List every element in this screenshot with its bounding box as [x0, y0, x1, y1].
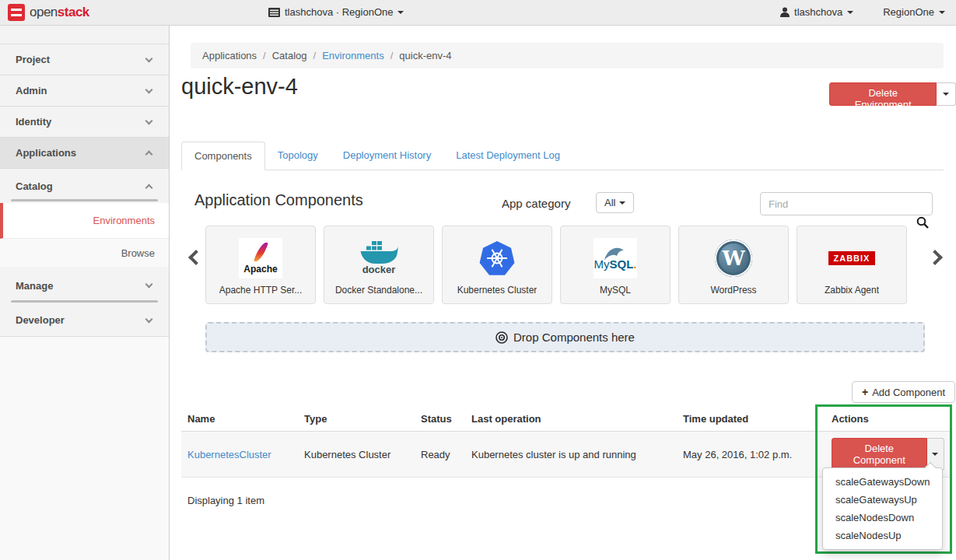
wordpress-logo-w: W — [722, 247, 744, 270]
panel-heading: Application Components — [194, 191, 363, 209]
col-header-time-updated[interactable]: Time updated — [677, 407, 825, 432]
delete-environment-button[interactable]: Delete Environment — [829, 82, 937, 106]
tab-latest-deployment-log[interactable]: Latest Deployment Log — [443, 142, 573, 170]
component-card-apache[interactable]: Apache Apache HTTP Ser... — [205, 226, 316, 304]
card-label: Zabbix Agent — [825, 285, 879, 296]
card-label: Docker Standalone... — [335, 285, 422, 296]
add-component-button[interactable]: + Add Component — [852, 381, 955, 403]
tab-deployment-history[interactable]: Deployment History — [331, 142, 443, 170]
group-divider — [11, 300, 158, 303]
col-header-status[interactable]: Status — [415, 407, 465, 432]
person-icon — [780, 7, 790, 17]
dropzone-label: Drop Components here — [513, 331, 635, 344]
component-actions-menu: scaleGatewaysDown scaleGatewaysUp scaleN… — [822, 467, 943, 550]
card-label: Kubernetes Cluster — [457, 285, 538, 296]
component-card-docker[interactable]: docker Docker Standalone... — [324, 226, 434, 304]
delete-environment-group: Delete Environment — [829, 82, 956, 106]
mysql-logo-my: My — [594, 257, 609, 271]
sidebar-item-applications[interactable]: Applications — [0, 138, 169, 169]
col-header-name[interactable]: Name — [181, 407, 298, 432]
wordpress-logo-icon: W — [715, 235, 752, 282]
bullseye-icon — [496, 331, 508, 344]
sidebar-item-developer[interactable]: Developer — [0, 304, 169, 337]
zabbix-logo-icon: ZABBIX — [828, 235, 876, 282]
card-label: MySQL — [600, 285, 631, 296]
sidebar-group-manage[interactable]: Manage — [0, 267, 169, 304]
sidebar-group-catalog[interactable]: Catalog — [0, 169, 169, 203]
sidebar-item-project[interactable]: Project — [0, 44, 169, 75]
sidebar: Project Admin Identity Applications Cata… — [0, 26, 170, 560]
page-title: quick-env-4 — [181, 74, 298, 100]
component-card-zabbix[interactable]: ZABBIX Zabbix Agent — [797, 226, 907, 304]
sidebar-item-label: Browse — [121, 247, 155, 259]
breadcrumb-separator: / — [313, 50, 317, 61]
context-label: tlashchova · RegionOne — [285, 6, 393, 18]
sidebar-item-environments[interactable]: Environments — [0, 203, 169, 239]
breadcrumb-separator: / — [263, 50, 266, 61]
find-input[interactable] — [760, 192, 933, 215]
drop-components-zone[interactable]: Drop Components here — [205, 322, 925, 352]
table-header-row: Name Type Status Last operation Time upd… — [181, 407, 951, 432]
table-footer: Displaying 1 item — [187, 495, 264, 506]
menu-item-scalenodesdown[interactable]: scaleNodesDown — [823, 509, 942, 527]
breadcrumb-item-current: quick-env-4 — [399, 50, 451, 61]
user-label: tlashchova — [794, 6, 842, 18]
main-content: Applications / Catalog / Environments / … — [170, 26, 956, 560]
sidebar-item-browse[interactable]: Browse — [0, 239, 169, 267]
breadcrumb-item-environments[interactable]: Environments — [322, 50, 383, 61]
delete-component-button[interactable]: Delete Component — [832, 438, 927, 471]
add-component-label: Add Component — [872, 387, 945, 398]
project-context-switcher[interactable]: tlashchova · RegionOne — [268, 6, 404, 18]
delete-environment-dropdown-toggle[interactable] — [937, 82, 956, 106]
menu-item-scalegatewaysup[interactable]: scaleGatewaysUp — [823, 491, 942, 509]
tab-components[interactable]: Components — [181, 142, 265, 170]
breadcrumb-separator: / — [390, 50, 394, 61]
breadcrumb-item-applications[interactable]: Applications — [202, 50, 257, 61]
chevron-down-icon — [145, 86, 153, 93]
region-menu[interactable]: RegionOne — [883, 6, 945, 18]
app-category-value: All — [604, 197, 615, 208]
group-divider — [11, 199, 158, 201]
col-header-actions: Actions — [825, 407, 951, 432]
sidebar-group-label: Catalog — [16, 180, 53, 192]
component-name-link[interactable]: KubernetesCluster — [187, 449, 271, 460]
component-card-wordpress[interactable]: W WordPress — [678, 226, 789, 304]
chevron-down-icon — [145, 315, 153, 323]
component-status: Ready — [415, 432, 465, 478]
menu-item-scalegatewaysdown[interactable]: scaleGatewaysDown — [823, 473, 942, 491]
user-menu[interactable]: tlashchova — [780, 6, 853, 18]
caret-down-icon — [939, 11, 945, 14]
carousel-next-icon[interactable] — [927, 250, 943, 265]
component-card-kubernetes[interactable]: Kubernetes Cluster — [442, 226, 552, 304]
search-icon[interactable] — [916, 216, 929, 229]
sidebar-item-admin[interactable]: Admin — [0, 75, 169, 107]
card-label: Apache HTTP Ser... — [219, 285, 303, 296]
chevron-up-icon — [145, 184, 153, 191]
component-card-mysql[interactable]: MySQL. MySQL — [560, 226, 671, 304]
app-category-select[interactable]: All — [596, 192, 634, 213]
col-header-last-operation[interactable]: Last operation — [465, 407, 677, 432]
apache-logo-text: Apache — [243, 264, 277, 275]
openstack-cube-icon — [8, 4, 25, 21]
sidebar-group-label: Manage — [16, 280, 53, 292]
caret-down-icon — [847, 11, 853, 14]
region-label: RegionOne — [883, 6, 934, 18]
caret-down-icon — [397, 11, 404, 14]
chevron-down-icon — [145, 117, 153, 124]
caret-down-icon — [932, 453, 938, 456]
sidebar-item-label: Applications — [16, 147, 76, 159]
card-label: WordPress — [710, 285, 756, 296]
caret-down-icon — [943, 93, 949, 96]
tab-bar: Components Topology Deployment History L… — [181, 142, 944, 170]
sidebar-item-label: Identity — [16, 116, 51, 128]
tab-topology[interactable]: Topology — [265, 142, 331, 170]
carousel-prev-icon[interactable] — [188, 250, 204, 265]
menu-item-scalenodesup[interactable]: scaleNodesUp — [823, 527, 942, 544]
col-header-type[interactable]: Type — [298, 407, 415, 432]
sidebar-item-identity[interactable]: Identity — [0, 107, 169, 138]
openstack-logo[interactable]: openstack — [8, 4, 89, 21]
sidebar-item-label: Project — [16, 54, 50, 65]
breadcrumb-item-catalog[interactable]: Catalog — [272, 50, 307, 61]
docker-logo-icon: docker — [359, 235, 399, 282]
logo-text-open: open — [30, 5, 58, 19]
